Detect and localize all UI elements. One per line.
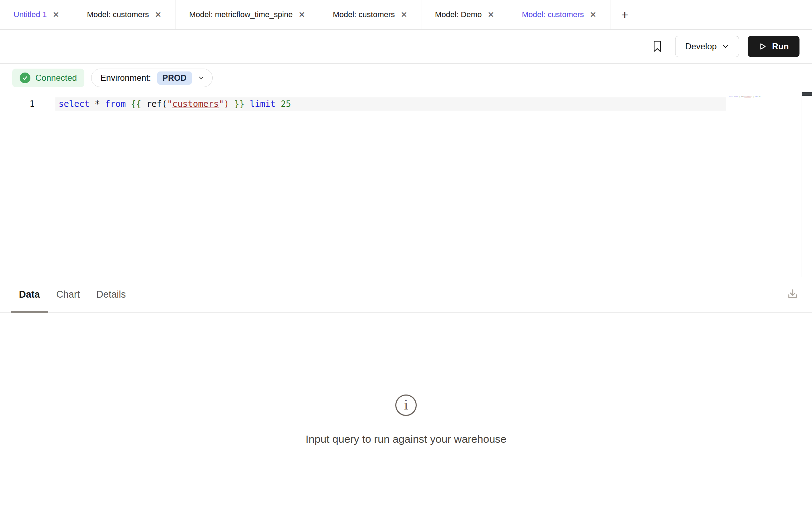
bookmark-icon	[652, 40, 662, 53]
chevron-down-icon	[722, 43, 729, 50]
bottom-divider	[0, 527, 812, 531]
tab-label: Model: customers	[87, 10, 149, 19]
tab-label: Untitled 1	[14, 10, 47, 19]
close-icon[interactable]: ✕	[487, 11, 494, 19]
tab-label: Model: metricflow_time_spine	[189, 10, 293, 19]
results-tab-bar: Data Chart Details	[0, 277, 812, 313]
tab-model-customers-3[interactable]: Model: customers ✕	[508, 0, 610, 29]
line-number: 1	[0, 97, 35, 111]
develop-button-label: Develop	[685, 41, 717, 51]
code-token: 25	[281, 99, 291, 109]
results-empty-state: i Input query to run against your wareho…	[0, 313, 812, 527]
empty-state-message: Input query to run against your warehous…	[306, 433, 506, 445]
tab-data[interactable]: Data	[11, 277, 48, 312]
code-token: select	[59, 99, 95, 109]
code-token: "	[167, 99, 172, 109]
connection-status-row: Connected Environment: PROD	[0, 64, 812, 92]
tab-model-customers-2[interactable]: Model: customers ✕	[319, 0, 421, 29]
editor-scrollbar[interactable]	[802, 92, 812, 277]
connected-label: Connected	[35, 73, 77, 83]
code-token: )	[224, 99, 234, 109]
tab-model-metricflow-time-spine[interactable]: Model: metricflow_time_spine ✕	[175, 0, 319, 29]
new-tab-button[interactable]: +	[610, 0, 639, 29]
tab-model-demo[interactable]: Model: Demo ✕	[421, 0, 508, 29]
run-button[interactable]: Run	[748, 36, 799, 57]
download-icon	[786, 287, 800, 302]
environment-value-badge: PROD	[157, 71, 192, 85]
tab-chart-label: Chart	[56, 289, 80, 300]
code-token: from	[105, 99, 131, 109]
code-token: limit	[250, 99, 281, 109]
tab-chart[interactable]: Chart	[48, 277, 88, 312]
environment-label: Environment:	[100, 73, 151, 83]
environment-selector[interactable]: Environment: PROD	[91, 69, 213, 87]
tab-details-label: Details	[96, 289, 126, 300]
run-button-label: Run	[772, 41, 789, 51]
code-token: "	[219, 99, 224, 109]
close-icon[interactable]: ✕	[53, 11, 59, 19]
editor-scrollbar-thumb[interactable]	[802, 92, 812, 96]
code-token: (	[162, 99, 167, 109]
play-icon	[758, 42, 767, 51]
tab-data-label: Data	[19, 289, 40, 300]
editor-minimap: select * from {{ ref("customers") }} lim…	[729, 96, 761, 98]
close-icon[interactable]: ✕	[401, 11, 407, 19]
chevron-down-icon	[198, 75, 204, 81]
tab-label: Model: customers	[522, 10, 584, 19]
tab-model-customers-1[interactable]: Model: customers ✕	[73, 0, 175, 29]
tab-untitled-1[interactable]: Untitled 1 ✕	[0, 0, 73, 29]
develop-button[interactable]: Develop	[675, 36, 739, 57]
code-token: ref	[147, 99, 162, 109]
code-token: *	[95, 99, 105, 109]
code-line[interactable]: select * from {{ ref("customers") }} lim…	[59, 97, 291, 111]
tab-label: Model: Demo	[435, 10, 482, 19]
plus-icon: +	[621, 8, 628, 22]
code-token: {{	[131, 99, 146, 109]
close-icon[interactable]: ✕	[298, 11, 305, 19]
sql-editor[interactable]: 1 select * from {{ ref("customers") }} l…	[0, 92, 812, 277]
code-token: }}	[234, 99, 249, 109]
close-icon[interactable]: ✕	[590, 11, 596, 19]
toolbar: Develop Run	[0, 30, 812, 64]
info-icon: i	[395, 394, 417, 416]
connected-badge: Connected	[12, 69, 84, 87]
check-circle-icon	[20, 73, 30, 83]
tab-label: Model: customers	[333, 10, 395, 19]
bookmark-button[interactable]	[652, 40, 662, 53]
editor-tab-bar: Untitled 1 ✕ Model: customers ✕ Model: m…	[0, 0, 812, 30]
close-icon[interactable]: ✕	[155, 11, 162, 19]
download-results-button[interactable]	[786, 287, 800, 302]
code-token-ref-link[interactable]: customers	[172, 99, 219, 109]
tab-details[interactable]: Details	[88, 277, 134, 312]
